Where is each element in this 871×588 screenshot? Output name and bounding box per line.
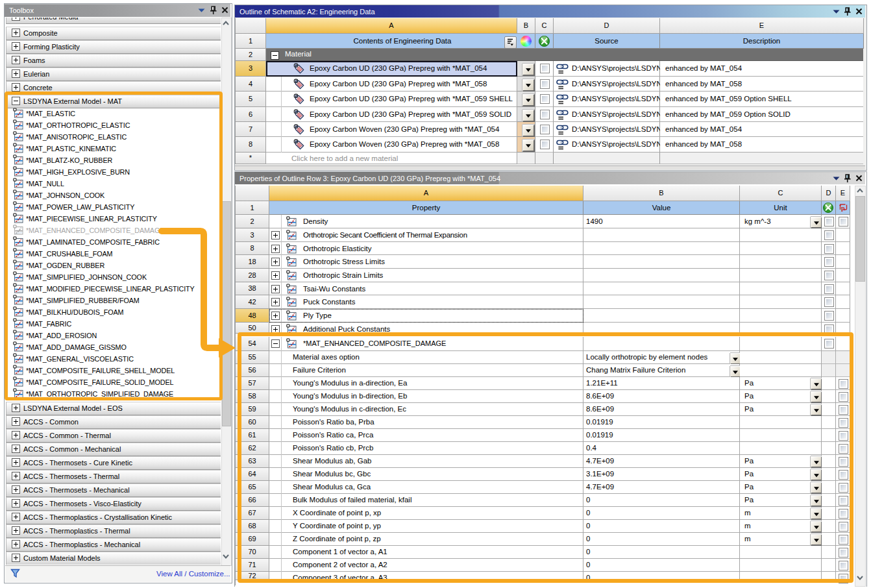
- svg-text:p: p: [841, 204, 845, 212]
